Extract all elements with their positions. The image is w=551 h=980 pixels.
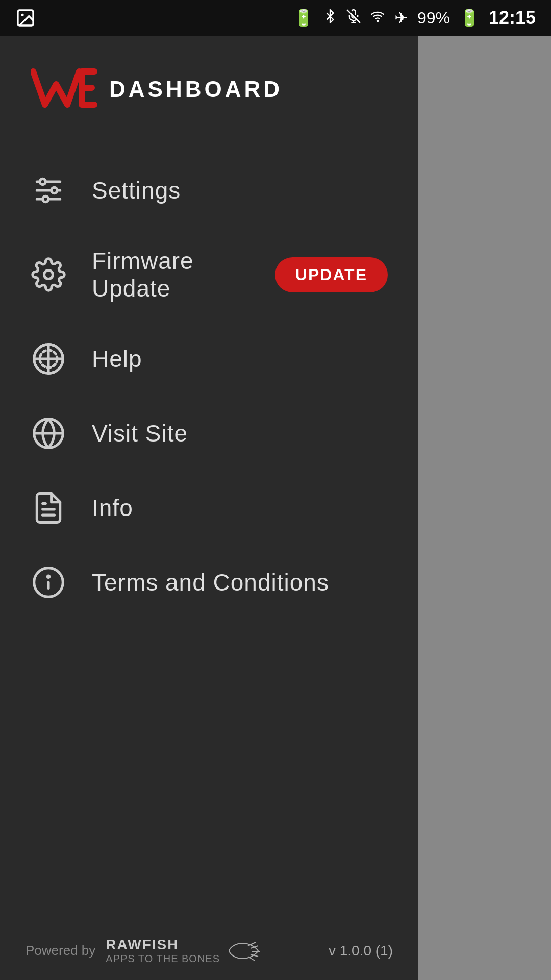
- airplane-icon: ✈: [394, 8, 408, 28]
- image-icon: [15, 8, 36, 28]
- menu-list: Settings Firmware Update UPDATE: [0, 153, 418, 620]
- status-bar: 🔋 ✈: [0, 0, 551, 36]
- info-label: Info: [92, 494, 133, 522]
- drawer-footer: Powered by RAWFISH APPS TO THE BONES: [0, 937, 418, 965]
- battery-percent: 99%: [417, 9, 450, 28]
- menu-item-visit-site[interactable]: Visit Site: [10, 396, 408, 471]
- info-circle-icon: [31, 565, 66, 600]
- logo-area: DASHBOARD: [0, 36, 418, 153]
- powered-by-text: Powered by: [26, 943, 95, 959]
- help-icon: [31, 341, 66, 377]
- powered-by-area: Powered by RAWFISH APPS TO THE BONES: [26, 937, 261, 965]
- menu-item-help[interactable]: Help: [10, 322, 408, 396]
- help-label: Help: [92, 345, 142, 373]
- rawfish-brand-name: RAWFISH: [106, 937, 220, 953]
- battery-charging-icon: 🔋: [293, 8, 314, 28]
- menu-item-firmware[interactable]: Firmware Update UPDATE: [10, 228, 408, 322]
- status-bar-right: 🔋 ✈: [293, 7, 536, 29]
- menu-item-info[interactable]: Info: [10, 471, 408, 545]
- status-bar-left: [15, 8, 36, 28]
- navigation-drawer: DASHBOARD Settings: [0, 36, 418, 980]
- menu-item-terms[interactable]: Terms and Conditions: [10, 545, 408, 620]
- rawfish-brand-tagline: APPS TO THE BONES: [106, 953, 220, 965]
- terms-label: Terms and Conditions: [92, 569, 329, 596]
- rawfish-fish-icon: [225, 938, 261, 964]
- svg-point-11: [43, 196, 48, 202]
- svg-point-1: [21, 14, 24, 16]
- bluetooth-icon: [323, 9, 337, 28]
- rawfish-logo-content: RAWFISH APPS TO THE BONES: [106, 937, 220, 965]
- wifi-icon: [370, 9, 385, 28]
- mute-icon: [346, 9, 361, 28]
- menu-item-settings[interactable]: Settings: [10, 153, 408, 228]
- gear-icon: [31, 257, 66, 292]
- sliders-icon: [31, 173, 66, 208]
- globe-icon: [31, 415, 66, 451]
- svg-point-5: [377, 20, 378, 21]
- svg-line-26: [251, 946, 258, 948]
- settings-label: Settings: [92, 177, 181, 204]
- version-text: v 1.0.0 (1): [329, 943, 393, 959]
- rawfish-logo: RAWFISH APPS TO THE BONES: [106, 937, 261, 965]
- battery-icon: 🔋: [459, 8, 480, 28]
- update-badge[interactable]: UPDATE: [275, 257, 388, 292]
- visit-site-label: Visit Site: [92, 420, 188, 447]
- we-logo-svg: [31, 66, 97, 112]
- we-logo: [31, 66, 97, 112]
- svg-point-9: [40, 179, 45, 184]
- svg-line-29: [248, 957, 255, 961]
- document-icon: [31, 490, 66, 526]
- svg-point-12: [44, 271, 53, 279]
- firmware-label: Firmware Update: [92, 247, 249, 302]
- dashboard-title: DASHBOARD: [109, 77, 283, 102]
- right-panel-background: 0 % ? ?: [418, 36, 551, 980]
- svg-point-10: [52, 187, 57, 193]
- status-time: 12:15: [489, 7, 536, 29]
